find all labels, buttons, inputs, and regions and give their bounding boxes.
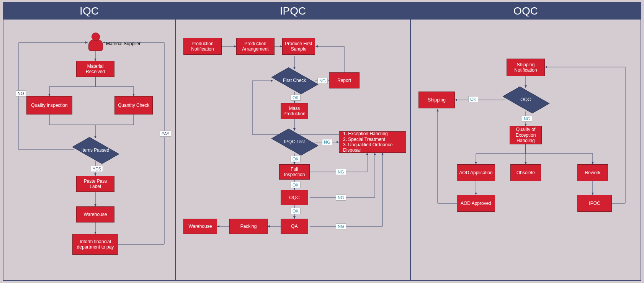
box-paste-pass-label: Paste Pass Label [76,176,114,192]
box-obsolete: Obsolete [510,164,541,181]
lane-ipqc-title: IPQC [176,3,410,20]
lane-ipqc: IPQC [175,2,410,281]
edge-no: NO [16,90,26,97]
box-quantity-check: Quantity Check [114,96,153,115]
edge-oqc-ok: OK [468,96,478,102]
decision-first-check-label: First Check [274,69,315,92]
lane-ipqc-body: Production Notification Production Arran… [176,20,410,280]
supplier-caption: Material Supplier [106,41,141,46]
box-material-received: Material Received [76,61,114,77]
edge-ipqc-ok: OK [291,156,301,162]
person-icon [88,33,102,50]
edge-full-ng: NG [336,169,346,175]
lane-iqc: IQC [3,2,175,281]
decision-oqc-label: OQC [505,88,546,111]
box-warehouse-iqc: Warehouse [76,206,114,222]
edge-yes: YES [91,166,103,172]
box-inform-pay: Inform financial department to pay [72,234,118,255]
box-production-notification: Production Notification [183,38,222,55]
box-report: Report [329,72,360,88]
decision-items-passed-label: Items Passed [75,138,116,162]
box-warehouse-ipqc: Warehouse [183,219,217,234]
edge-firstcheck-ng: NG [317,78,328,84]
box-quality-inspection: Quality Inspection [26,96,72,115]
box-mass-production: Mass Production [281,103,308,119]
lane-iqc-body: Material Supplier Material Received Qual… [3,20,175,280]
edge-full-ok: OK [291,182,301,188]
edge-oqc-ok: OK [291,208,301,214]
decision-ipqc-test-label: IPQC Test [274,130,315,154]
box-exception-handling: 1. Exception Handling 2. Special Treatme… [339,131,406,153]
diagram-root: IQC [0,0,644,283]
lane-oqc: OQC [410,2,641,281]
edge-firstcheck-ok: OK [291,95,301,101]
box-qa: QA [281,219,308,234]
box-shipping: Shipping [418,92,455,108]
edge-oqc-ng: NG [336,195,346,201]
box-aod-approved: AOD Approved [457,195,495,212]
box-aod-application: AOD Application [457,164,495,181]
box-first-sample: Produce First Sample [282,38,315,55]
edge-oqc-ng: NG [522,116,532,122]
lane-oqc-body: Shipping Notification OQC Shipping Quali… [411,20,641,280]
box-shipping-notification: Shipping Notification [507,59,545,76]
edge-ipqc-ng: NG [322,139,332,145]
box-ipoc: IPOC [577,195,612,212]
lane-oqc-title: OQC [411,3,641,20]
box-rework: Rework [577,164,608,181]
edge-pay: PAY [160,131,171,137]
lane-iqc-title: IQC [3,3,175,20]
edge-qa-ng: NG [336,223,346,229]
box-production-arrangement: Production Arrangement [236,38,275,55]
box-packing: Packing [229,219,268,234]
box-oqc-ipqc: OQC [281,190,308,205]
box-quality-exception: Quality of Exception Handling [510,126,542,144]
box-full-inspection: Full Inspection [279,164,310,180]
